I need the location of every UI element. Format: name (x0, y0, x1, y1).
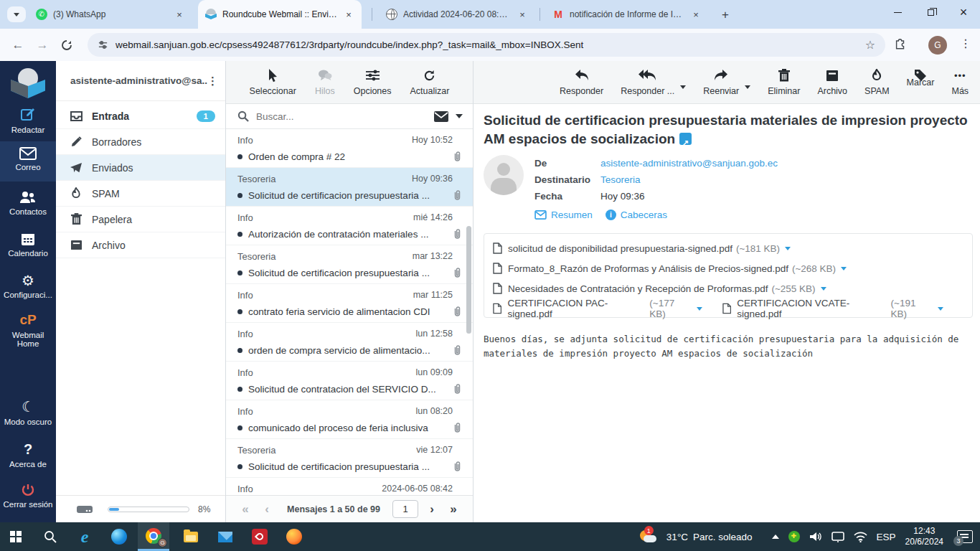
reply-all-dropdown-icon[interactable] (680, 85, 686, 89)
folder-entrada[interactable]: Entrada 1 (56, 103, 225, 129)
taskbar-search-button[interactable] (34, 522, 66, 551)
reply-button[interactable]: Responder (560, 68, 603, 96)
extensions-icon[interactable] (894, 37, 907, 50)
folder-borradores[interactable]: Borradores (56, 129, 225, 155)
weather-desc[interactable]: Parc. soleado (693, 532, 753, 542)
first-page-icon[interactable]: « (235, 502, 256, 517)
forward-button[interactable]: Reenviar (703, 68, 739, 96)
tab-whatsapp[interactable]: (3) WhatsApp × (29, 0, 192, 29)
tab-search-button[interactable] (7, 6, 26, 22)
clock[interactable]: 12:43 20/6/2024 (905, 526, 943, 547)
tray-chevron-up-icon[interactable] (772, 534, 779, 539)
attachment-item[interactable]: CERTIFICACION PAC-signed.pdf (~177 KB) (493, 298, 702, 319)
page-input[interactable] (392, 500, 418, 518)
forward-dropdown-icon[interactable] (745, 85, 750, 89)
threads-button[interactable]: Hilos (315, 68, 335, 96)
tab-actividad[interactable]: Actividad 2024-06-20 08:00:00 × (379, 0, 535, 29)
restore-button[interactable] (914, 0, 947, 24)
site-info-icon[interactable] (98, 39, 108, 50)
browser-menu-icon[interactable]: ⋮ (960, 37, 971, 50)
message-row-selected[interactable]: TesoreriaHoy 09:36 Solicitud de certific… (226, 168, 473, 207)
volume-icon[interactable] (809, 531, 822, 542)
tab-roundcube[interactable]: Roundcube Webmail :: Enviados × (198, 0, 362, 29)
language-indicator[interactable]: ESP (877, 532, 896, 542)
message-row[interactable]: Infolun 12:58 orden de compra servicio d… (226, 323, 473, 362)
folder-papelera[interactable]: Papelera (56, 207, 225, 232)
attachment-dropdown-icon[interactable] (697, 307, 702, 311)
recipient-link[interactable]: Tesoreria (600, 174, 641, 185)
sidebar-item-redactar[interactable]: Redactar (0, 107, 56, 134)
select-button[interactable]: Seleccionar (250, 68, 296, 96)
sidebar-item-contactos[interactable]: Contactos (0, 190, 56, 216)
taskbar-firefox-button[interactable] (278, 522, 310, 551)
forward-button[interactable]: → (30, 38, 55, 52)
tab-close-icon[interactable]: × (517, 9, 528, 20)
tab-close-icon[interactable]: × (343, 9, 354, 20)
taskbar-ie-button[interactable]: e (69, 522, 100, 551)
headers-link[interactable]: i Cabeceras (606, 209, 667, 220)
notifications-icon[interactable]: 3 (957, 530, 973, 543)
options-button[interactable]: Opciones (354, 68, 392, 96)
cast-icon[interactable] (831, 532, 844, 542)
taskbar-mail-button[interactable] (209, 522, 241, 551)
sidebar-item-cerrar-sesion[interactable]: Cerrar sesión (0, 483, 56, 509)
folder-archivo[interactable]: Archivo (56, 232, 225, 258)
attachment-item[interactable]: Formato_8_Razón de Proformas y Análisis … (493, 263, 847, 274)
tab-gmail[interactable]: M notificación de Informe de Insti × (545, 0, 709, 29)
attachment-dropdown-icon[interactable] (841, 267, 847, 270)
message-row[interactable]: InfoHoy 10:52 Orden de compra # 22 (226, 129, 473, 168)
open-in-new-window-icon[interactable] (679, 133, 692, 145)
antivirus-tray-icon[interactable] (788, 531, 800, 542)
account-header[interactable]: asistente-administrativo@sa... ⋮ (56, 61, 225, 101)
reload-button[interactable] (55, 39, 79, 51)
more-button[interactable]: ••• Más (951, 68, 969, 96)
message-row[interactable]: Infomié 14:26 Autorización de contrataci… (226, 207, 473, 245)
tab-close-icon[interactable]: × (690, 9, 702, 20)
attachment-item[interactable]: solicitud de disponibilidad presupuestar… (493, 242, 791, 254)
sidebar-item-calendario[interactable]: Calendario (0, 232, 56, 258)
sidebar-item-configuracion[interactable]: ⚙ Configuraci... (0, 273, 56, 299)
url-text[interactable]: webmail.sanjuan.gob.ec/cpsess4924877612/… (116, 39, 865, 50)
sidebar-item-correo[interactable]: Correo (0, 141, 56, 182)
attachment-item[interactable]: CERTIFICACION VCATE-signed.pdf (~191 KB) (722, 298, 943, 319)
from-address-link[interactable]: asistente-administrativo@sanjuan.gob.ec (600, 158, 778, 169)
attachment-dropdown-icon[interactable] (785, 247, 791, 250)
last-page-icon[interactable]: » (443, 502, 464, 517)
next-page-icon[interactable]: › (421, 502, 443, 517)
refresh-button[interactable]: Actualizar (410, 68, 450, 96)
archive-button[interactable]: Archivo (817, 68, 847, 96)
taskbar-chrome-button[interactable]: G (138, 522, 169, 551)
tab-close-icon[interactable]: × (174, 9, 185, 20)
back-button[interactable]: ← (6, 38, 30, 52)
new-tab-button[interactable]: + (716, 6, 735, 24)
close-button[interactable]: × (947, 0, 980, 24)
weather-temp[interactable]: 31°C (666, 532, 688, 542)
attachment-item[interactable]: Necesidades de Contratación y Recepción … (493, 283, 826, 294)
sidebar-item-acerca[interactable]: ? Acerca de (0, 441, 56, 468)
folder-spam[interactable]: SPAM (56, 181, 225, 207)
attachment-dropdown-icon[interactable] (821, 287, 826, 291)
message-row[interactable]: Tesoreriavie 12:07 Solicitud de certific… (226, 439, 473, 478)
profile-avatar[interactable]: G (928, 36, 947, 55)
message-row[interactable]: Infolun 09:09 Solicitud de contratacion … (226, 362, 473, 400)
folder-enviados[interactable]: Enviados (56, 155, 225, 181)
reply-all-button[interactable]: Responder ... (621, 68, 674, 96)
summary-link[interactable]: Resumen (534, 209, 593, 220)
minimize-button[interactable] (881, 0, 914, 24)
search-options-chevron-icon[interactable] (456, 114, 463, 118)
attachment-dropdown-icon[interactable] (938, 307, 943, 311)
sidebar-item-webmail-home[interactable]: cP Webmail Home (0, 312, 56, 348)
wifi-icon[interactable] (854, 532, 867, 542)
spam-button[interactable]: SPAM (864, 68, 890, 96)
bookmark-star-icon[interactable]: ☆ (865, 38, 875, 52)
taskbar-edge-button[interactable] (103, 522, 135, 551)
weather-icon[interactable]: 1 (639, 529, 657, 545)
taskbar-explorer-button[interactable] (175, 522, 207, 551)
list-scrollbar[interactable] (466, 226, 471, 334)
search-input[interactable] (256, 111, 434, 122)
url-bar[interactable]: webmail.sanjuan.gob.ec/cpsess4924877612/… (88, 33, 885, 57)
mark-button[interactable]: Marcar (907, 68, 935, 88)
sidebar-item-modo-oscuro[interactable]: ☾ Modo oscuro (0, 399, 56, 426)
taskbar-acrobat-button[interactable] (244, 522, 275, 551)
message-row[interactable]: Infolun 08:20 comunicado del proceso de … (226, 400, 473, 439)
